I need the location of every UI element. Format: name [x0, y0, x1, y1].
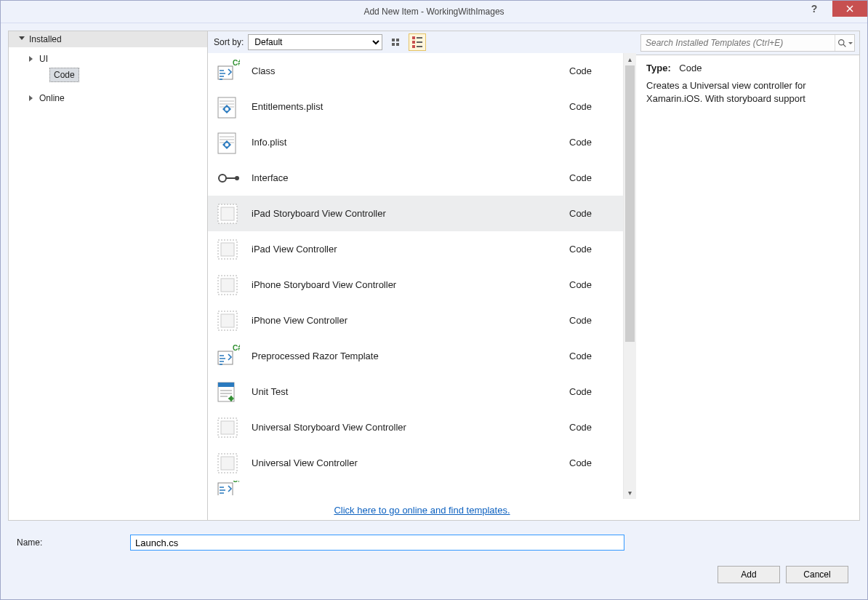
- scroll-up-button[interactable]: ▴: [624, 53, 636, 65]
- template-category: Code: [569, 101, 613, 112]
- search-box: [640, 34, 855, 52]
- template-category: Code: [569, 457, 613, 468]
- template-category: Code: [569, 208, 613, 219]
- template-row[interactable]: ClassCode: [208, 53, 623, 89]
- template-category: Code: [569, 315, 613, 326]
- help-button[interactable]: ?: [803, 1, 825, 17]
- template-details: Type: Code Creates a Universal view cont…: [636, 55, 859, 520]
- template-name: iPad View Controller: [252, 244, 558, 255]
- online-templates-link[interactable]: Click here to go online and find templat…: [334, 505, 510, 516]
- scroll-thumb[interactable]: [625, 65, 635, 342]
- template-category: Code: [569, 279, 613, 290]
- viewcontroller-icon: [215, 415, 240, 440]
- csharp-class-icon: [215, 59, 240, 84]
- template-list[interactable]: ClassCodeEntitlements.plistCodeInfo.plis…: [208, 53, 623, 499]
- titlebar: Add New Item - WorkingWithImages ?: [1, 1, 867, 23]
- template-name: Entitlements.plist: [252, 101, 558, 112]
- search-icon: [837, 39, 847, 48]
- template-row[interactable]: iPad View ControllerCode: [208, 231, 623, 267]
- template-category: Code: [569, 422, 613, 433]
- view-small-icons-button[interactable]: [409, 33, 426, 51]
- viewcontroller-icon: [215, 308, 240, 333]
- scroll-down-button[interactable]: ▾: [624, 487, 636, 499]
- tree-node-ui[interactable]: UI: [9, 52, 207, 66]
- template-row[interactable]: InterfaceCode: [208, 160, 623, 196]
- template-name: Universal View Controller: [252, 457, 558, 468]
- template-name: Interface: [252, 172, 558, 183]
- template-category: Code: [569, 65, 613, 76]
- template-category: Code: [569, 244, 613, 255]
- template-category: Code: [569, 137, 613, 148]
- search-input[interactable]: [641, 38, 835, 48]
- list-icon: [412, 36, 422, 48]
- sort-select[interactable]: Default: [248, 34, 382, 50]
- template-row[interactable]: Universal View ControllerCode: [208, 445, 623, 481]
- window-title: Add New Item - WorkingWithImages: [1, 7, 867, 17]
- viewcontroller-icon: [215, 237, 240, 262]
- plist-icon: [215, 95, 240, 119]
- view-medium-icons-button[interactable]: [387, 33, 404, 51]
- tree-node-installed[interactable]: Installed: [9, 31, 207, 47]
- interface-icon: [215, 166, 240, 191]
- template-name: Class: [252, 65, 558, 76]
- template-row[interactable]: Universal Storyboard View ControllerCode: [208, 409, 623, 445]
- template-name: Unit Test: [252, 386, 558, 397]
- svg-line-3: [843, 44, 845, 47]
- viewcontroller-icon: [215, 273, 240, 297]
- template-row[interactable]: Entitlements.plistCode: [208, 89, 623, 124]
- cancel-button[interactable]: Cancel: [786, 566, 848, 583]
- add-button[interactable]: Add: [718, 566, 780, 583]
- type-label: Type:: [646, 63, 671, 73]
- template-name: Preprocessed Razor Template: [252, 351, 558, 361]
- dialog-window: Add New Item - WorkingWithImages ? Insta…: [0, 0, 868, 600]
- close-button[interactable]: [832, 1, 867, 17]
- template-row[interactable]: iPhone View ControllerCode: [208, 303, 623, 338]
- scrollbar[interactable]: ▴ ▾: [623, 53, 636, 499]
- search-button[interactable]: [835, 35, 854, 51]
- viewcontroller-icon: [215, 451, 240, 476]
- sort-label: Sort by:: [214, 37, 244, 47]
- name-input[interactable]: [130, 535, 624, 551]
- template-name: iPhone Storyboard View Controller: [252, 279, 558, 290]
- online-link-row: Click here to go online and find templat…: [208, 499, 636, 520]
- tree-node-code[interactable]: Code: [49, 68, 79, 82]
- type-value: Code: [679, 63, 702, 73]
- close-icon: [846, 5, 853, 12]
- template-name: iPad Storyboard View Controller: [252, 208, 558, 219]
- tree-node-online[interactable]: Online: [9, 91, 207, 105]
- grid-icon: [392, 39, 399, 46]
- template-category: Code: [569, 351, 613, 361]
- category-tree[interactable]: Installed UI Code Online: [8, 31, 208, 521]
- template-category: Code: [569, 172, 613, 183]
- viewcontroller-icon: [215, 201, 240, 226]
- type-description: Creates a Universal view controller for …: [646, 79, 849, 105]
- template-row[interactable]: iPhone Storyboard View ControllerCode: [208, 267, 623, 303]
- unittest-icon: [215, 380, 240, 404]
- csharp-class-icon: [215, 481, 240, 495]
- name-label: Name:: [12, 537, 123, 548]
- plist-icon: [215, 130, 240, 155]
- template-row[interactable]: [208, 481, 623, 495]
- template-name: Universal Storyboard View Controller: [252, 422, 558, 433]
- dialog-buttons: Add Cancel: [8, 557, 860, 592]
- csharp-class-icon: [215, 344, 240, 369]
- name-row: Name:: [8, 521, 860, 557]
- template-name: iPhone View Controller: [252, 315, 558, 326]
- template-row[interactable]: iPad Storyboard View ControllerCode: [208, 196, 623, 231]
- svg-point-2: [838, 39, 843, 44]
- template-row[interactable]: Preprocessed Razor TemplateCode: [208, 338, 623, 374]
- template-row[interactable]: Info.plistCode: [208, 124, 623, 160]
- template-category: Code: [569, 386, 613, 397]
- sort-toolbar: Sort by: Default: [208, 31, 636, 53]
- template-row[interactable]: Unit TestCode: [208, 374, 623, 409]
- template-name: Info.plist: [252, 137, 558, 148]
